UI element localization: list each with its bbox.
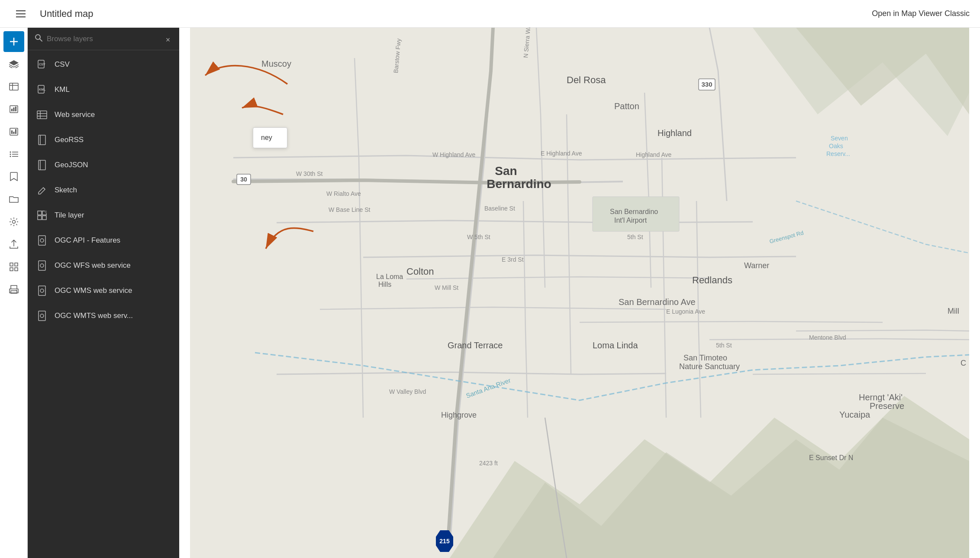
svg-text:Baseline St: Baseline St — [484, 205, 515, 212]
pencil-icon — [36, 185, 48, 196]
svg-text:W 5th St: W 5th St — [467, 234, 490, 240]
svg-text:Warner: Warner — [744, 261, 769, 270]
svg-rect-51 — [39, 286, 45, 295]
svg-text:5th St: 5th St — [627, 234, 643, 240]
svg-text:Oaks: Oaks — [829, 143, 843, 149]
print-icon — [9, 285, 19, 294]
charts-button[interactable] — [3, 99, 24, 120]
panel-item-label-geojson: GeoJSON — [55, 161, 88, 169]
layers-icon — [9, 60, 19, 68]
bookmark-button[interactable] — [3, 166, 24, 187]
hamburger-menu-button[interactable] — [10, 3, 31, 24]
svg-point-54 — [40, 314, 44, 318]
panel-search-area: × — [28, 28, 179, 50]
svg-text:Seven: Seven — [831, 135, 848, 142]
svg-point-13 — [10, 152, 11, 153]
search-icon — [35, 34, 42, 44]
panel-item-web-service[interactable]: Web service — [28, 102, 179, 127]
bar-chart-button[interactable] — [3, 121, 24, 142]
add-layer-button[interactable] — [3, 31, 24, 52]
settings-icon — [9, 217, 19, 227]
ogc-icon — [36, 260, 48, 271]
svg-text:Highland: Highland — [658, 128, 692, 138]
panel-item-geojson[interactable]: GeoJSON — [28, 152, 179, 178]
svg-line-41 — [43, 188, 45, 189]
svg-text:Preserve: Preserve — [870, 401, 904, 411]
panel-item-tile-layer[interactable]: Tile layer — [28, 203, 179, 228]
panel-item-kml[interactable]: KML KML — [28, 77, 179, 102]
panel-item-label-sketch: Sketch — [55, 186, 77, 195]
svg-rect-45 — [42, 216, 46, 220]
panel-item-label-tile-layer: Tile layer — [55, 211, 84, 220]
ogc-icon — [36, 235, 48, 246]
map-popup: ney — [253, 127, 287, 148]
grid-button[interactable] — [3, 256, 24, 277]
svg-text:Patton: Patton — [614, 101, 639, 111]
svg-rect-6 — [11, 109, 13, 111]
panel-item-csv[interactable]: CSV CSV — [28, 52, 179, 77]
svg-rect-8 — [15, 107, 16, 111]
svg-text:Reserv...: Reserv... — [826, 150, 850, 157]
settings-button[interactable] — [3, 211, 24, 232]
svg-point-52 — [40, 289, 44, 292]
panel-item-ogc-wmts[interactable]: OGC WMTS web serv... — [28, 303, 179, 328]
map-area[interactable]: Muscoy Del Rosa Patton Highland San Bern… — [179, 28, 980, 558]
svg-point-19 — [12, 221, 15, 224]
popup-text: ney — [261, 134, 272, 141]
header-left: Untitled map — [10, 3, 93, 24]
header: Untitled map Open in Map Viewer Classic — [0, 0, 980, 28]
svg-text:San Timoteo: San Timoteo — [683, 354, 727, 362]
svg-text:Highland Ave: Highland Ave — [636, 151, 671, 158]
svg-rect-24 — [11, 285, 17, 289]
panel-item-ogc-api[interactable]: OGC API - Features — [28, 228, 179, 253]
panel-item-label-ogc-wms: OGC WMS web service — [55, 286, 132, 295]
svg-text:215: 215 — [439, 538, 450, 545]
svg-text:La Loma: La Loma — [376, 273, 403, 280]
svg-text:E Lugonia Ave: E Lugonia Ave — [666, 308, 705, 315]
panel-item-label-ogc-wfs: OGC WFS web service — [55, 261, 131, 270]
grid-icon — [10, 263, 18, 271]
layers-button[interactable] — [3, 54, 24, 75]
svg-text:Del Rosa: Del Rosa — [567, 75, 606, 85]
svg-text:Int'l Airport: Int'l Airport — [614, 217, 647, 224]
export-button[interactable] — [3, 234, 24, 255]
svg-text:2423 ft: 2423 ft — [479, 460, 498, 467]
svg-text:Mill: Mill — [948, 307, 959, 315]
panel-item-label-georss: GeoRSS — [55, 136, 84, 144]
svg-text:Colton: Colton — [406, 266, 434, 277]
panel-close-button[interactable]: × — [162, 34, 174, 46]
svg-text:30: 30 — [240, 176, 247, 183]
svg-rect-44 — [38, 216, 42, 220]
panel-item-georss[interactable]: GeoRSS — [28, 127, 179, 152]
table-icon — [9, 83, 19, 91]
search-input[interactable] — [47, 35, 172, 43]
panel-item-ogc-wfs[interactable]: OGC WFS web service — [28, 253, 179, 278]
svg-text:E 3rd St: E 3rd St — [502, 256, 524, 263]
table-button[interactable] — [3, 76, 24, 97]
svg-rect-20 — [10, 263, 13, 266]
panel-item-label-csv: CSV — [55, 60, 70, 69]
folder-button[interactable] — [3, 189, 24, 210]
svg-text:San Bernardino: San Bernardino — [610, 208, 658, 215]
panel-item-ogc-wms[interactable]: OGC WMS web service — [28, 278, 179, 303]
bookmark-icon — [10, 172, 18, 182]
panel-item-sketch[interactable]: Sketch — [28, 178, 179, 203]
map-viewer-classic-link[interactable]: Open in Map Viewer Classic — [872, 9, 970, 18]
svg-text:KML: KML — [39, 88, 46, 91]
svg-rect-47 — [39, 236, 45, 245]
svg-text:San Bernardino Ave: San Bernardino Ave — [619, 297, 696, 307]
svg-rect-22 — [10, 268, 13, 271]
svg-text:C: C — [961, 359, 966, 367]
sidebar-icons — [0, 28, 28, 558]
svg-text:W Mill St: W Mill St — [435, 284, 458, 291]
svg-rect-33 — [37, 111, 47, 119]
svg-line-28 — [40, 39, 42, 42]
svg-text:Hills: Hills — [378, 281, 391, 288]
csv-icon: CSV — [36, 59, 48, 70]
print-button[interactable] — [3, 279, 24, 300]
list-button[interactable] — [3, 144, 24, 165]
plus-icon — [9, 37, 19, 46]
svg-text:San: San — [495, 164, 517, 178]
svg-text:330: 330 — [701, 81, 712, 88]
svg-point-46 — [45, 211, 47, 214]
